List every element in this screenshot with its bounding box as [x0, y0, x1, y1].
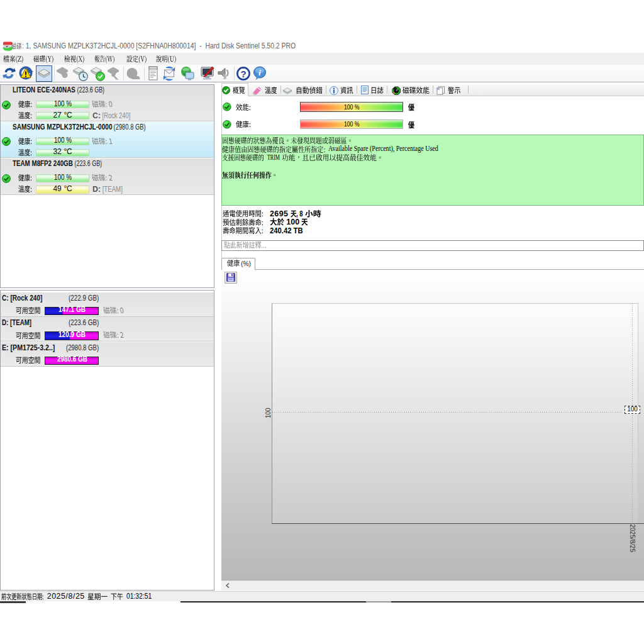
svg-text:i: i [258, 68, 261, 77]
svg-text:?: ? [240, 68, 246, 79]
